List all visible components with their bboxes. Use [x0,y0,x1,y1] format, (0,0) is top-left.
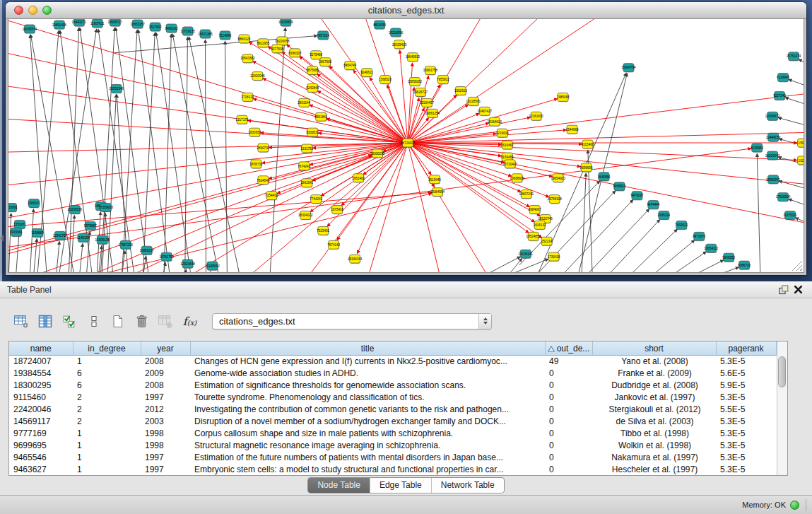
table-cell[interactable]: Stergiakouli et al. (2012) [592,404,716,416]
table-cell[interactable]: 2 [73,404,141,416]
table-cell[interactable]: 0 [545,392,592,404]
table-cell[interactable]: 9463627 [9,463,73,475]
table-cell[interactable]: 6 [73,368,141,380]
table-cell[interactable]: 9115460 [9,392,73,404]
table-cell[interactable]: 2003 [141,415,190,427]
graph-node[interactable]: 9086720 [738,261,751,270]
table-cell[interactable]: 2 [73,392,141,404]
graph-node[interactable]: 10719135 [180,27,195,36]
graph-node[interactable]: 7485083 [557,93,570,102]
graph-node[interactable]: 2935114 [658,211,671,220]
close-window-button[interactable] [14,6,23,15]
table-row[interactable]: 946362711997Embryonic stem cells: a mode… [9,463,776,475]
table-cell[interactable]: 5.3E-5 [716,451,776,463]
table-cell[interactable]: 5.3E-5 [716,415,776,427]
graph-node[interactable]: 19565717 [108,19,123,27]
graph-node[interactable]: 15858282 [408,78,423,87]
table-scrollbar[interactable] [777,341,788,475]
graph-node[interactable]: 7857224 [317,31,329,40]
table-cell[interactable]: 1997 [141,463,190,475]
graph-node[interactable]: 9699695 [580,163,593,173]
graph-node[interactable]: 20691406 [52,21,67,30]
table-row[interactable]: 969969511998Structural magnetic resonanc… [9,439,776,451]
graph-node[interactable]: 10688609 [510,174,525,183]
network-canvas[interactable]: 2403557420691406184432711160761119565717… [8,18,804,273]
table-cell[interactable]: 0 [545,380,592,392]
graph-node[interactable]: 15892971 [766,175,781,185]
float-panel-icon[interactable] [777,284,791,296]
graph-node[interactable]: 16961758 [423,66,438,76]
table-cell[interactable]: 1997 [141,451,190,463]
new-document-icon[interactable] [107,311,128,332]
table-cell[interactable]: 0 [545,451,592,463]
table-cell[interactable]: Nakamura et al. (1997) [592,451,716,463]
graph-node[interactable]: 8958923 [613,182,626,192]
graph-node[interactable]: 7674143 [327,240,340,250]
graph-node[interactable]: 1878733 [249,160,262,169]
table-cell[interactable]: 2009 [141,368,190,380]
table-cell[interactable]: Hescheler et al. (1997) [592,463,716,475]
minimize-window-button[interactable] [28,6,37,15]
graph-node[interactable]: 18443271 [72,19,87,27]
table-cell[interactable]: Genome-wide association studies in ADHD. [190,368,545,380]
graph-node[interactable]: 24035574 [23,25,37,34]
table-cell[interactable]: 5.3E-5 [716,439,776,451]
graph-node[interactable]: 7764243 [310,195,322,204]
table-cell[interactable]: Yano et al. (2008) [592,356,716,368]
graph-node[interactable]: 7514846 [219,31,232,40]
graph-node[interactable]: 16128561 [466,97,481,106]
graph-node[interactable]: 18304022 [298,211,313,220]
table-cell[interactable]: 1 [73,439,141,451]
graph-node[interactable]: 18807249 [519,190,534,199]
graph-node[interactable]: 9227343 [773,91,786,100]
graph-node[interactable]: 3216006 [496,129,509,138]
network-graph[interactable]: 2403557420691406184432711160761119565717… [8,19,804,272]
table-row[interactable]: 1830029562008Estimation of significance … [9,380,776,392]
graph-node[interactable]: 8186328 [288,49,301,58]
table-cell[interactable]: Tourette syndrome. Phenomenology and cla… [190,392,545,404]
graph-node[interactable]: 7624543 [257,176,269,185]
table-cell[interactable]: Corpus callosum shape and size in male p… [190,427,545,439]
function-builder-icon[interactable]: f(x) [180,311,200,332]
table-cell[interactable]: 1 [73,427,141,439]
table-cell[interactable]: Changes of HCN gene expression and I(f) … [190,356,545,368]
graph-node[interactable]: 7632621 [675,221,688,230]
table-row[interactable]: 946554611997Estimation of the future num… [9,451,776,463]
table-cell[interactable]: 5.3E-5 [716,463,776,475]
table-cell[interactable]: 5.6E-5 [716,368,776,380]
graph-node[interactable]: 8215953 [751,144,763,153]
column-header-pagerank[interactable]: pagerank [716,341,776,356]
table-cell[interactable]: 9777169 [9,427,73,439]
table-cell[interactable]: 5.3E-5 [716,392,776,404]
graph-node[interactable]: 8551843 [314,112,327,122]
graph-node[interactable]: 12923448 [180,259,195,269]
tab-network-table[interactable]: Network Table [431,478,504,493]
graph-node[interactable]: 20206536 [68,206,83,215]
graph-node[interactable]: 1952402 [352,174,365,183]
graph-node[interactable]: 18164610 [488,117,502,127]
graph-node[interactable]: 10212 [798,156,804,165]
table-cell[interactable]: 6 [73,380,141,392]
graph-node[interactable]: 1306201 [28,199,40,209]
table-cell[interactable]: 18724007 [9,356,73,368]
column-header-in-degree[interactable]: in_degree [73,341,141,356]
table-row[interactable]: 2242004622012Investigating the contribut… [9,404,776,416]
row-height-icon[interactable] [83,311,104,332]
delete-entries-icon[interactable] [131,311,152,332]
graph-node[interactable]: 12942757 [53,231,68,240]
graph-node[interactable]: 7674243 [298,162,310,171]
table-cell[interactable]: 5.5E-5 [716,404,776,416]
table-cell[interactable]: Investigating the contribution of common… [190,404,545,416]
graph-node[interactable]: 10654112 [704,244,719,253]
graph-node[interactable]: 2867608 [319,58,331,67]
graph-node[interactable]: 8860123 [237,35,250,44]
table-cell[interactable]: Tibbo et al. (1998) [592,427,716,439]
graph-node[interactable]: 17957253 [118,240,133,250]
graph-node[interactable]: 1562615 [454,86,467,95]
graph-node[interactable]: 18524851 [526,232,541,241]
graph-node[interactable]: 13505135 [95,235,110,245]
table-cell[interactable]: 0 [545,463,592,475]
table-cell[interactable]: 5.3E-5 [716,356,776,368]
graph-node[interactable]: 18300295 [370,149,385,158]
table-cell[interactable]: 2012 [141,404,190,416]
